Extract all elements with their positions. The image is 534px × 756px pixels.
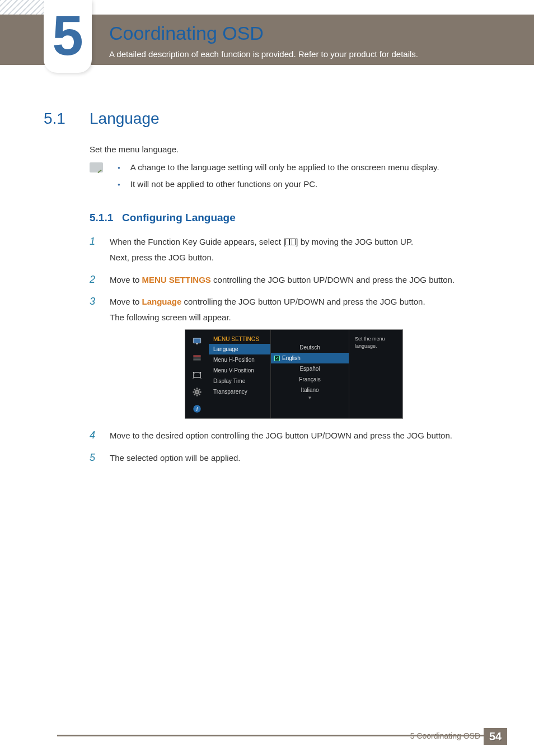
step-row: 5 The selected option will be applied. <box>90 450 495 466</box>
menu-guide-icon <box>285 239 296 245</box>
osd-icon-column: i <box>185 330 209 418</box>
footer-label: 5 Coordinating OSD <box>410 731 480 740</box>
step-number: 1 <box>90 236 97 248</box>
chevron-down-icon: ▼ <box>271 395 349 400</box>
osd-option: Español <box>271 363 349 374</box>
page-number: 54 <box>484 728 507 745</box>
subsection-heading: 5.1.1 Configuring Language <box>90 212 236 224</box>
section-intro: Set the menu language. <box>90 144 179 154</box>
section-title: Language <box>90 110 160 128</box>
bullet-icon: ● <box>118 162 120 174</box>
osd-description: Set the menu language. <box>349 330 402 418</box>
list-icon <box>191 353 203 363</box>
svg-text:i: i <box>196 406 198 412</box>
step-text: Move to MENU SETTINGS controlling the JO… <box>110 272 455 288</box>
note-text: A change to the language setting will on… <box>130 162 439 174</box>
osd-menu-item: Menu V-Position <box>209 365 270 376</box>
chapter-subtitle: A detailed description of each function … <box>109 49 418 59</box>
subsection-number: 5.1.1 <box>90 212 113 223</box>
step-row: 2 Move to MENU SETTINGS controlling the … <box>90 272 495 288</box>
chapter-badge: 5 <box>44 0 92 73</box>
step-text: The selected option will be applied. <box>110 450 240 466</box>
chapter-title: Coordinating OSD <box>109 22 264 44</box>
osd-header: MENU SETTINGS <box>209 334 270 344</box>
step-text: Move to the desired option controlling t… <box>110 428 452 444</box>
monitor-icon <box>191 337 203 347</box>
svg-rect-4 <box>193 360 200 360</box>
note-list: ● A change to the language setting will … <box>118 162 489 196</box>
step-row: 3 Move to Language controlling the JOG b… <box>90 294 495 325</box>
list-item: ● A change to the language setting will … <box>118 162 489 174</box>
list-item: ● It will not be applied to other functi… <box>118 179 489 190</box>
osd-menu-item: Menu H-Position <box>209 354 270 365</box>
steps-list: 1 When the Function Key Guide appears, s… <box>90 234 495 332</box>
svg-point-7 <box>196 391 198 393</box>
step-text: When the Function Key Guide appears, sel… <box>110 234 413 265</box>
steps-list-continued: 4 Move to the desired option controlling… <box>90 428 495 473</box>
step-number: 2 <box>90 274 97 286</box>
gear-icon <box>191 387 203 397</box>
osd-menu-item: Display Time <box>209 376 270 386</box>
svg-rect-3 <box>193 358 200 358</box>
osd-option-column: Deutsch ✓English Español Français Italia… <box>270 330 349 418</box>
step-number: 3 <box>90 296 97 307</box>
step-row: 4 Move to the desired option controlling… <box>90 428 495 444</box>
bullet-icon: ● <box>118 179 120 190</box>
subsection-title: Configuring Language <box>122 212 236 223</box>
svg-rect-2 <box>193 356 200 357</box>
osd-screenshot: i MENU SETTINGS Language Menu H-Position… <box>185 329 403 419</box>
osd-option: Italiano <box>271 385 349 395</box>
osd-option: Français <box>271 374 349 385</box>
step-row: 1 When the Function Key Guide appears, s… <box>90 234 495 265</box>
svg-rect-1 <box>196 343 198 344</box>
osd-menu-item: Transparency <box>209 386 270 397</box>
step-number: 5 <box>90 452 97 464</box>
note-icon <box>90 162 103 172</box>
chapter-number: 5 <box>52 7 83 63</box>
osd-option: Deutsch <box>271 342 349 353</box>
osd-menu-item: Language <box>209 344 270 354</box>
size-icon <box>191 370 203 380</box>
check-icon: ✓ <box>274 356 280 361</box>
keyword: MENU SETTINGS <box>142 275 211 284</box>
note-text: It will not be applied to other function… <box>130 179 317 190</box>
step-number: 4 <box>90 430 97 441</box>
osd-option-selected: ✓English <box>271 353 349 363</box>
svg-rect-0 <box>193 338 200 343</box>
info-icon: i <box>191 404 203 414</box>
section-number: 5.1 <box>44 110 65 128</box>
step-text: Move to Language controlling the JOG but… <box>110 294 425 325</box>
svg-rect-5 <box>194 372 200 377</box>
keyword: Language <box>142 297 182 306</box>
osd-menu-column: MENU SETTINGS Language Menu H-Position M… <box>209 330 270 418</box>
